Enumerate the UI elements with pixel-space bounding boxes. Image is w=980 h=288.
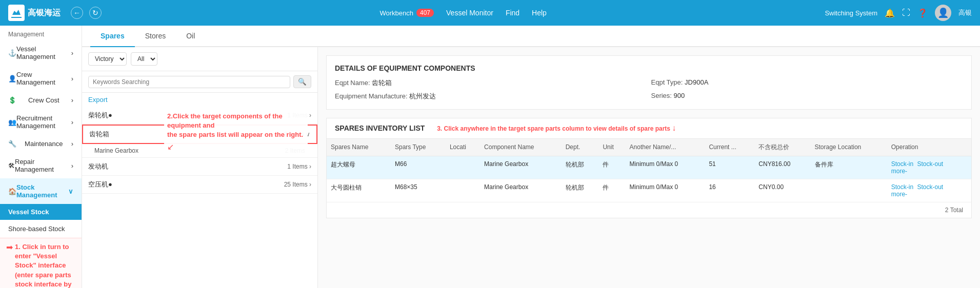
expand-icon[interactable]: ⛶ — [902, 8, 910, 17]
person-icon: 👤 — [8, 75, 16, 83]
workbench-nav[interactable]: Workbench 407 — [380, 9, 434, 17]
row0-component-name: Marine Gearbox — [480, 156, 562, 179]
row0-stock-in[interactable]: Stock-in — [891, 160, 913, 168]
vessel-filter[interactable]: Victory All — [88, 52, 127, 66]
row0-another-name: Minimum 0/Max 0 — [626, 156, 705, 179]
anchor-icon: ⚓ — [8, 49, 16, 57]
row1-another-name: Minimum 0/Max 0 — [626, 179, 705, 202]
row0-stock-out[interactable]: Stock-out — [917, 160, 943, 168]
col-locati: Locati — [446, 139, 480, 156]
step3-annotation-text: 3. Click anywhere in the target spare pa… — [437, 125, 672, 132]
sidebar-item-vessel-management[interactable]: ⚓ Vessel Management › — [0, 40, 82, 66]
tab-stores[interactable]: Stores — [135, 26, 176, 47]
switching-system-button[interactable]: Switching System — [825, 9, 877, 17]
row0-spares-name: 超大螺母 — [327, 156, 391, 179]
logo-icon — [8, 5, 25, 21]
category-filter[interactable]: All — [131, 52, 157, 66]
tree-item-compressor[interactable]: 空压机● 25 Items › — [82, 176, 317, 194]
spares-table: Spares Name Spars Type Locati Component … — [327, 139, 971, 202]
bell-icon[interactable]: 🔔 — [885, 8, 895, 18]
row1-storage — [811, 179, 887, 202]
row0-more[interactable]: more- — [891, 168, 907, 175]
step1-annotation: ➡ 1. Click in turn to enter "Vessel Stoc… — [0, 238, 82, 288]
tab-spares[interactable]: Spares — [90, 26, 135, 47]
col-component-name: Component Name — [480, 139, 562, 156]
step2-annotation: 2.Click the target components of the equ… — [164, 109, 308, 155]
sidebar-item-crew-management[interactable]: 👤 Crew Management › — [0, 66, 82, 91]
step2-down-arrow-icon: ↙ — [167, 142, 174, 151]
question-icon[interactable]: ❓ — [917, 8, 928, 18]
workbench-label: Workbench — [380, 9, 414, 17]
tree-item-gearbox-label: 齿轮箱 — [89, 130, 109, 139]
spares-row-1[interactable]: 大号圆柱销 M68×35 Marine Gearbox 轮机部 件 Minimu… — [327, 179, 971, 202]
eqpt-type-label: Eqpt Type: — [651, 78, 683, 86]
tree-item-diesel-label: 柴轮机● — [88, 111, 112, 120]
eqpt-series-field: Series: 900 — [651, 92, 964, 101]
row1-spars-type: M68×35 — [391, 179, 446, 202]
equipment-details-section: DETAILS OF EQUIPMENT COMPONENTS Eqpt Nam… — [326, 55, 972, 110]
find-nav[interactable]: Find — [506, 9, 519, 17]
left-panel: Victory All All 🔍 Export — [82, 47, 318, 288]
search-input[interactable] — [88, 76, 290, 88]
tab-oil[interactable]: Oil — [176, 26, 205, 47]
col-unit: Unit — [598, 139, 625, 156]
nav-center: Workbench 407 Vessel Monitor Find Help — [380, 9, 547, 17]
sidebar-sub-shore-stock[interactable]: Shore-based Stock — [0, 220, 82, 238]
export-link[interactable]: Export — [88, 96, 108, 104]
split-area: Victory All All 🔍 Export — [82, 47, 980, 288]
col-current: Current ... — [705, 139, 754, 156]
workbench-badge: 407 — [416, 9, 434, 17]
row1-price: CNY0.00 — [754, 179, 810, 202]
logo: 高银海运 — [8, 5, 61, 21]
sidebar-sub-vessel-stock[interactable]: Vessel Stock — [0, 204, 82, 220]
row1-dept: 轮机部 — [562, 179, 599, 202]
sidebar-item-recruitment[interactable]: 👥 Recruitment Management › — [0, 109, 82, 135]
sidebar-item-stock-management[interactable]: 🏠 Stock Management ∨ — [0, 178, 82, 204]
user-avatar[interactable]: 👤 — [935, 5, 951, 21]
wrench-icon: 🔧 — [8, 140, 16, 148]
spares-inventory-section: SPARES INVENTORY LIST 3. Click anywhere … — [326, 118, 972, 218]
eqpt-manufacture-value: 杭州发达 — [409, 92, 436, 100]
filters-row: Victory All All — [82, 47, 317, 71]
equipment-details-grid: Eqpt Name: 齿轮箱 Eqpt Type: JD900A Equipme… — [335, 78, 963, 101]
row1-more[interactable]: more- — [891, 191, 907, 198]
chevron-right-icon: › — [71, 49, 73, 57]
sidebar-item-maintenance[interactable]: 🔧 Maintenance › — [0, 135, 82, 153]
row1-component-name: Marine Gearbox — [480, 179, 562, 202]
eqpt-series-label: Series: — [651, 92, 672, 99]
row1-stock-out[interactable]: Stock-out — [917, 183, 943, 191]
row0-unit: 件 — [598, 156, 625, 179]
help-nav[interactable]: Help — [532, 9, 547, 17]
spares-total: 2 Total — [327, 202, 971, 218]
sidebar: Management ⚓ Vessel Management › 👤 Crew … — [0, 26, 82, 288]
row0-current: 51 — [705, 156, 754, 179]
refresh-button[interactable]: ↻ — [89, 7, 102, 19]
spares-table-header: Spares Name Spars Type Locati Component … — [327, 139, 971, 156]
chevron-down-icon: ∨ — [68, 188, 73, 195]
export-row: Export — [82, 93, 317, 107]
content-area: Spares Stores Oil Victory All All — [82, 26, 980, 288]
eqpt-type-value: JD900A — [685, 78, 708, 86]
sidebar-item-crew-cost[interactable]: 💲 Crew Cost › — [0, 91, 82, 109]
col-operation: Operation — [887, 139, 971, 156]
tree-sub-marine-gearbox-label: Marine Gearbox — [94, 147, 138, 154]
row1-stock-in[interactable]: Stock-in — [891, 183, 913, 191]
spares-row-0[interactable]: 超大螺母 M66 Marine Gearbox 轮机部 件 Minimum 0/… — [327, 156, 971, 179]
col-dept: Dept. — [562, 139, 599, 156]
chevron-right-icon: › — [71, 96, 73, 104]
tabs-bar: Spares Stores Oil — [82, 26, 980, 47]
eqpt-name-field: Eqpt Name: 齿轮箱 — [335, 78, 647, 88]
row1-current: 16 — [705, 179, 754, 202]
col-price: 不含税总价 — [754, 139, 810, 156]
back-button[interactable]: ← — [71, 7, 83, 19]
chevron-right-icon: › — [71, 75, 73, 83]
logo-text: 高银海运 — [28, 8, 61, 18]
sidebar-item-repair[interactable]: 🛠 Repair Management › — [0, 153, 82, 178]
dollar-icon: 💲 — [8, 96, 16, 104]
tree-item-engine[interactable]: 发动机 1 Items › — [82, 158, 317, 176]
vessel-monitor-nav[interactable]: Vessel Monitor — [446, 9, 493, 17]
step1-arrow-icon: ➡ — [6, 242, 13, 252]
chevron-right-icon: › — [71, 118, 73, 126]
search-button[interactable]: 🔍 — [293, 75, 311, 88]
eqpt-name-label: Eqpt Name: — [335, 79, 370, 87]
